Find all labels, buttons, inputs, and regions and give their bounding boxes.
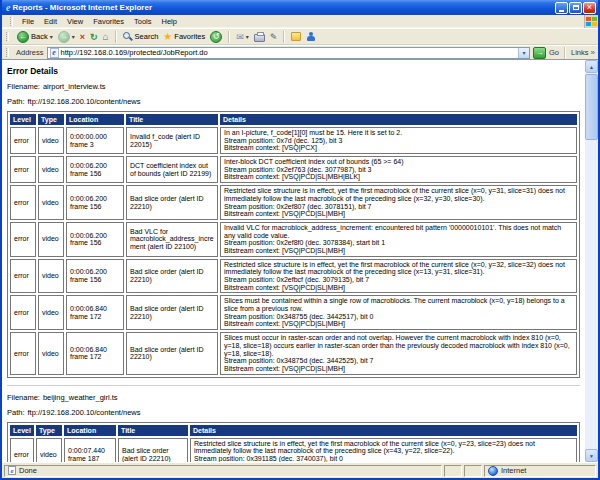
detail-line: In an I-picture, f_code[1][0] must be 15… <box>224 129 573 137</box>
browser-window: e Reports - Microsoft Internet Explorer … <box>0 0 600 480</box>
filename-line: Filename:beijing_weather_girl.ts <box>7 393 580 402</box>
col-level: Level <box>10 425 34 436</box>
go-label[interactable]: Go <box>549 48 559 57</box>
location-cell: 0:00:00.000 frame 3 <box>66 127 124 154</box>
title-cell: Bad slice order (alert ID 22210) <box>126 185 218 220</box>
path-line: Path:ftp://192.168.200.10/content/news <box>7 97 580 106</box>
col-type: Type <box>36 425 62 436</box>
menu-favorites[interactable]: Favorites <box>88 16 129 27</box>
detail-line: Bitstream context: [VSQ|PCD|SL|MBH] <box>224 320 573 328</box>
favorites-button[interactable]: ★ Favorites <box>162 32 206 42</box>
links-button[interactable]: Links » <box>571 48 595 57</box>
detail-line: Bitstream context: [VSQ|PCD|SL|MBH] <box>224 284 573 292</box>
col-title: Title <box>118 425 188 436</box>
menu-view[interactable]: View <box>62 16 88 27</box>
stop-icon: × <box>80 32 85 42</box>
address-input[interactable]: e http://192.168.0.169/protected/JobRepo… <box>47 47 531 59</box>
scroll-down-button[interactable]: ▼ <box>585 449 598 462</box>
toolbar-grip[interactable] <box>6 32 9 41</box>
address-dropdown-icon[interactable]: ▾ <box>518 48 529 58</box>
stop-button[interactable]: × <box>79 32 86 42</box>
error-row: error video 0:00:06.840 frame 172 Bad sl… <box>10 332 577 374</box>
col-title: Title <box>126 114 218 125</box>
menu-tools[interactable]: Tools <box>129 16 157 27</box>
details-cell: Invalid VLC for macroblock_address_incre… <box>220 222 577 257</box>
location-cell: 0:00:06.200 frame 156 <box>66 222 124 257</box>
minimize-button[interactable] <box>555 2 568 14</box>
refresh-button[interactable]: ↻ <box>89 32 99 42</box>
details-cell: Restricted slice structure is in effect,… <box>220 259 577 294</box>
title-cell: Bad VLC for macroblock_address_increment… <box>126 222 218 257</box>
print-button[interactable] <box>253 32 266 42</box>
detail-line: Slices must occur in raster-scan order a… <box>224 334 573 357</box>
col-type: Type <box>38 114 64 125</box>
print-icon <box>254 34 265 42</box>
scrollbar-thumb[interactable] <box>585 74 598 140</box>
forward-dropdown-icon[interactable]: ▾ <box>72 33 75 40</box>
links-label: Links <box>571 48 589 57</box>
toolbar-separator <box>283 31 285 43</box>
location-cell: 0:00:06.200 frame 156 <box>66 156 124 183</box>
go-button[interactable]: → <box>533 47 546 59</box>
address-label: Address <box>16 48 44 57</box>
level-cell: error <box>10 127 36 154</box>
detail-line: Stream position: 0x7d (dec. 125), bit 3 <box>224 137 573 145</box>
home-button[interactable]: ⌂ <box>102 32 110 42</box>
restore-icon <box>573 5 579 10</box>
detail-line: Stream position: 0x2ef807 (dec. 3078151)… <box>224 203 573 211</box>
type-cell: video <box>38 222 64 257</box>
close-button[interactable]: × <box>583 2 596 14</box>
address-url: http://192.168.0.169/protected/JobReport… <box>61 48 208 57</box>
type-cell: video <box>38 295 64 330</box>
file-section: Filename:airport_interview.ts Path:ftp:/… <box>7 82 580 378</box>
discuss-icon <box>291 32 301 41</box>
menu-help[interactable]: Help <box>157 16 182 27</box>
messenger-button[interactable] <box>305 32 317 42</box>
scroll-up-button[interactable]: ▲ <box>585 60 598 73</box>
menu-edit[interactable]: Edit <box>39 16 62 27</box>
table-header-row: Level Type Location Title Details <box>10 425 577 436</box>
edit-button[interactable]: ✎ <box>269 32 279 42</box>
back-button[interactable]: ← Back ▾ <box>16 31 54 43</box>
mail-button[interactable]: ✉ ▾ <box>235 32 250 42</box>
back-dropdown-icon[interactable]: ▾ <box>50 33 53 40</box>
filename-value: airport_interview.ts <box>43 82 106 91</box>
forward-button[interactable]: → ▾ <box>57 31 76 43</box>
vertical-scrollbar[interactable]: ▲ ▼ <box>585 60 598 462</box>
type-cell: video <box>38 332 64 374</box>
level-cell: error <box>10 222 36 257</box>
go-arrow-icon: → <box>536 48 544 57</box>
location-cell: 0:00:06.840 frame 172 <box>66 295 124 330</box>
error-details-heading: Error Details <box>7 66 580 76</box>
zone-label: Internet <box>501 466 526 475</box>
type-cell: video <box>38 156 64 183</box>
history-button[interactable]: ↺ <box>209 31 223 43</box>
toolbar-grip[interactable] <box>10 17 13 26</box>
error-row: error video 0:00:06.200 frame 156 Bad sl… <box>10 185 577 220</box>
location-cell: 0:00:06.200 frame 156 <box>66 259 124 294</box>
scrollbar-track[interactable] <box>585 141 598 449</box>
details-cell: Slices must be contained within a single… <box>220 295 577 330</box>
error-row: error video 0:00:06.200 frame 156 Bad VL… <box>10 222 577 257</box>
menu-file[interactable]: File <box>17 16 39 27</box>
restore-button[interactable] <box>569 2 582 14</box>
window-title: Reports - Microsoft Internet Explorer <box>12 3 554 12</box>
search-button[interactable]: Search <box>122 32 160 42</box>
discuss-button[interactable] <box>290 32 302 41</box>
title-bar[interactable]: e Reports - Microsoft Internet Explorer … <box>2 0 598 15</box>
details-cell: Slices must occur in raster-scan order a… <box>220 332 577 374</box>
detail-line: Bitstream context: [VSQ|PCD|SL|MBH] <box>224 247 573 255</box>
address-bar: Address e http://192.168.0.169/protected… <box>2 45 598 59</box>
document-icon: e <box>8 466 16 475</box>
toolbar-grip[interactable] <box>6 48 9 57</box>
history-icon: ↺ <box>210 31 222 43</box>
mail-dropdown-icon[interactable]: ▾ <box>246 33 249 40</box>
status-bar: e Done Internet <box>2 462 598 478</box>
minimize-icon <box>559 10 564 12</box>
path-value: ftp://192.168.200.10/content/news <box>28 97 141 106</box>
path-label: Path: <box>7 408 25 417</box>
search-icon <box>123 32 133 42</box>
edit-icon: ✎ <box>270 32 278 42</box>
path-line: Path:ftp://192.168.200.10/content/news <box>7 408 580 417</box>
detail-line: Restricted slice structure is in effect,… <box>224 261 573 276</box>
